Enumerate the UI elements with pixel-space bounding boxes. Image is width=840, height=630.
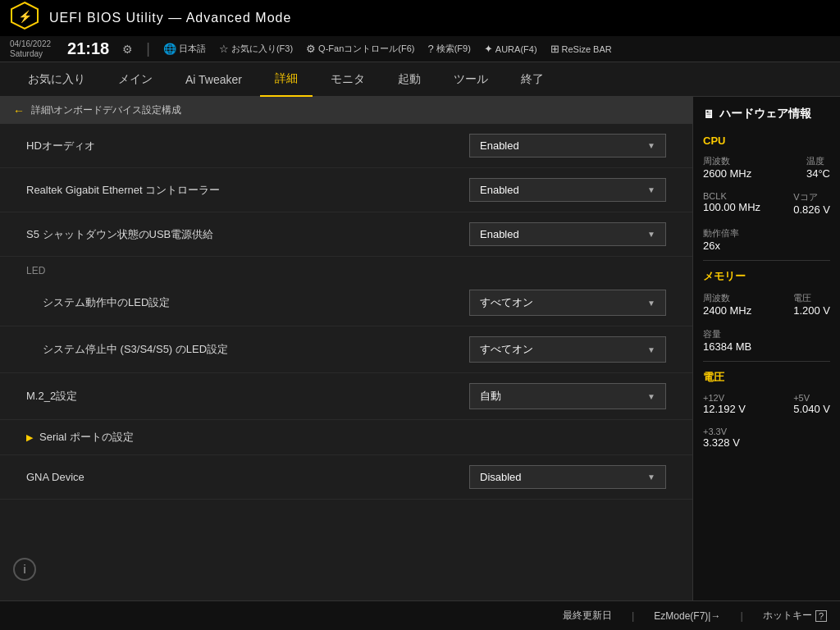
- sidebar-cpu-bclk-row: BCLK 100.00 MHz Vコア 0.826 V: [703, 191, 830, 222]
- setting-label-led-sleep: システム停止中 (S3/S4/S5) のLED設定: [26, 342, 469, 357]
- nav-advanced[interactable]: 詳細: [260, 62, 313, 97]
- dropdown-led-sleep-value: すべてオン: [480, 342, 533, 357]
- dropdown-realtek[interactable]: Enabled ▼: [469, 178, 666, 202]
- chevron-down-icon: ▼: [647, 141, 655, 150]
- info-button[interactable]: i: [13, 558, 36, 581]
- dropdown-m2-value: 自動: [480, 389, 501, 404]
- sidebar-capacity-label: 容量: [703, 328, 830, 340]
- breadcrumb: ← 詳細\オンボードデバイス設定構成: [0, 97, 692, 124]
- sidebar-title: 🖥 ハードウェア情報: [703, 107, 830, 121]
- sidebar-cpu-freq-row: 周波数 2600 MHz 温度 34°C: [703, 155, 830, 186]
- dropdown-hd-audio[interactable]: Enabled ▼: [469, 134, 666, 158]
- nav-exit[interactable]: 終了: [506, 62, 559, 97]
- topbar-search[interactable]: ? 検索(F9): [427, 43, 470, 55]
- setting-control-led-active: すべてオン ▼: [469, 290, 666, 316]
- topbar: 04/16/2022 Saturday 21:18 ⚙ | 🌐 日本語 ☆ お気…: [0, 36, 840, 62]
- sidebar-memory-section: メモリー: [703, 269, 830, 284]
- setting-label-hd-audio: HDオーディオ: [26, 139, 469, 153]
- setting-label-gna: GNA Device: [26, 471, 469, 483]
- hotkey-label: ホットキー: [763, 609, 812, 623]
- sidebar-bclk-label: BCLK: [703, 191, 760, 201]
- setting-control-realtek: Enabled ▼: [469, 178, 666, 202]
- chevron-down-icon: ▼: [647, 299, 655, 308]
- nav-favorites[interactable]: お気に入り: [13, 62, 100, 97]
- settings-icon[interactable]: ⚙: [122, 43, 133, 56]
- topbar-qfan[interactable]: ⚙ Q-Fanコントロール(F6): [306, 43, 414, 55]
- main-area: ← 詳細\オンボードデバイス設定構成 HDオーディオ Enabled ▼ Rea…: [0, 97, 840, 600]
- sidebar-ratio-value: 26x: [703, 240, 830, 252]
- last-update-label: 最終更新日: [563, 609, 612, 623]
- sidebar-v12-row: +12V 12.192 V +5V 5.040 V: [703, 393, 830, 422]
- hotkey-button[interactable]: ホットキー ?: [763, 609, 827, 623]
- dropdown-hd-audio-value: Enabled: [480, 139, 519, 152]
- sidebar-mem-freq-label: 周波数: [703, 292, 751, 304]
- fan-icon: ⚙: [306, 43, 316, 55]
- sidebar-ratio-label: 動作倍率: [703, 227, 830, 240]
- sidebar-v12-value: 12.192 V: [703, 403, 746, 415]
- setting-row-hd-audio: HDオーディオ Enabled ▼: [0, 124, 692, 168]
- globe-icon: 🌐: [163, 43, 176, 55]
- back-arrow-icon[interactable]: ←: [13, 104, 25, 117]
- sidebar-divider-1: [703, 260, 830, 261]
- setting-label-s5-usb: S5 シャットダウン状態のUSB電源供給: [26, 227, 469, 242]
- dropdown-gna-value: Disabled: [480, 471, 522, 483]
- sidebar-v12-label: +12V: [703, 393, 746, 403]
- setting-row-gna: GNA Device Disabled ▼: [0, 455, 692, 500]
- resize-icon: ⊞: [550, 43, 559, 55]
- setting-control-led-sleep: すべてオン ▼: [469, 336, 666, 363]
- sidebar-ratio-row: 動作倍率 26x: [703, 227, 830, 252]
- topbar-resizebar[interactable]: ⊞ ReSize BAR: [550, 43, 612, 55]
- nav-aitweaker[interactable]: Ai Tweaker: [171, 62, 257, 97]
- collapsible-label-serial: Serial ポートの設定: [39, 430, 134, 445]
- sidebar-v5-value: 5.040 V: [793, 403, 830, 415]
- dropdown-s5-usb[interactable]: Enabled ▼: [469, 222, 666, 246]
- sidebar-vcore-value: 0.826 V: [793, 203, 830, 216]
- topbar-language[interactable]: 🌐 日本語: [163, 43, 206, 55]
- dropdown-gna[interactable]: Disabled ▼: [469, 465, 666, 489]
- setting-control-m2: 自動 ▼: [469, 383, 666, 409]
- topbar-day: Saturday: [10, 49, 43, 59]
- topbar-favorites[interactable]: ☆ お気に入り(F3): [219, 43, 293, 55]
- setting-row-led-active: システム動作中のLED設定 すべてオン ▼: [0, 280, 692, 326]
- bottom-bar: 最終更新日 | EzMode(F7)|→ | ホットキー ?: [0, 600, 840, 630]
- sidebar-capacity-value: 16384 MB: [703, 340, 830, 353]
- section-label-led: LED: [26, 265, 45, 276]
- header: ⚡ UEFI BIOS Utility — Advanced Mode: [0, 0, 840, 36]
- sidebar-cpu-temp-label: 温度: [806, 155, 830, 167]
- sidebar-cpu-freq-label: 周波数: [703, 155, 751, 167]
- dropdown-led-active[interactable]: すべてオン ▼: [469, 290, 666, 316]
- setting-row-s5-usb: S5 シャットダウン状態のUSB電源供給 Enabled ▼: [0, 212, 692, 257]
- chevron-down-icon: ▼: [647, 185, 655, 194]
- topbar-aura[interactable]: ✦ AURA(F4): [484, 43, 537, 55]
- setting-label-m2: M.2_2設定: [26, 389, 469, 404]
- nav-boot[interactable]: 起動: [383, 62, 436, 97]
- dropdown-m2[interactable]: 自動 ▼: [469, 383, 666, 409]
- bottom-sep-1: |: [632, 609, 634, 622]
- ez-mode-button[interactable]: EzMode(F7)|→: [654, 610, 720, 622]
- nav-monitor[interactable]: モニタ: [316, 62, 380, 97]
- setting-control-s5-usb: Enabled ▼: [469, 222, 666, 246]
- nav-tools[interactable]: ツール: [439, 62, 503, 97]
- sidebar-mem-voltage-label: 電圧: [793, 292, 830, 304]
- chevron-down-icon: ▼: [647, 472, 655, 482]
- sidebar-voltage-section: 電圧: [703, 370, 830, 385]
- info-icon: i: [23, 563, 25, 576]
- sidebar-cpu-temp-value: 34°C: [806, 167, 830, 180]
- content-area: ← 詳細\オンボードデバイス設定構成 HDオーディオ Enabled ▼ Rea…: [0, 97, 692, 600]
- setting-control-hd-audio: Enabled ▼: [469, 134, 666, 158]
- dropdown-realtek-value: Enabled: [480, 184, 519, 196]
- monitor-icon: 🖥: [703, 107, 714, 121]
- ez-mode-label: EzMode(F7)|→: [654, 610, 720, 622]
- header-title: UEFI BIOS Utility — Advanced Mode: [49, 11, 291, 25]
- chevron-down-icon: ▼: [647, 230, 655, 239]
- setting-row-led-sleep: システム停止中 (S3/S4/S5) のLED設定 すべてオン ▼: [0, 326, 692, 373]
- sidebar-v5-label: +5V: [793, 393, 830, 403]
- breadcrumb-text: 詳細\オンボードデバイス設定構成: [31, 103, 181, 117]
- dropdown-led-sleep[interactable]: すべてオン ▼: [469, 336, 666, 363]
- collapsible-serial-port[interactable]: ▶ Serial ポートの設定: [0, 420, 692, 455]
- sidebar-v33-row: +3.3V 3.328 V: [703, 427, 830, 449]
- aura-icon: ✦: [484, 43, 493, 55]
- nav-main[interactable]: メイン: [103, 62, 167, 97]
- sidebar-mem-voltage-value: 1.200 V: [793, 304, 830, 317]
- sidebar-vcore-label: Vコア: [793, 191, 830, 203]
